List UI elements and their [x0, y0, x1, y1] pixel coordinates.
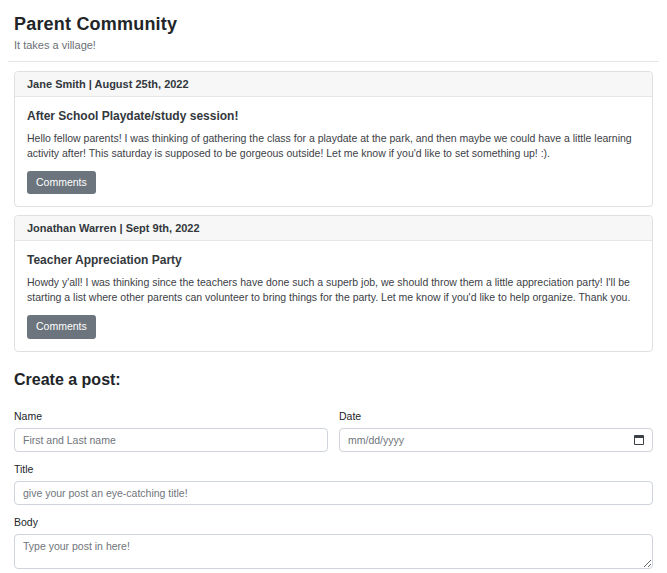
date-input[interactable]	[339, 428, 653, 452]
date-input-wrap	[339, 428, 653, 452]
post-card-body: After School Playdate/study session! Hel…	[15, 97, 652, 206]
header-divider	[8, 61, 659, 62]
body-label: Body	[14, 516, 653, 528]
title-label: Title	[14, 463, 653, 475]
create-post-heading: Create a post:	[14, 371, 653, 389]
body-field-group: Body	[14, 516, 653, 573]
post-author-date: Jonathan Warren | Sept 9th, 2022	[15, 216, 652, 241]
date-field-group: Date	[339, 410, 653, 452]
title-input[interactable]	[14, 481, 653, 505]
page-title: Parent Community	[14, 14, 653, 35]
create-post-form: Name Date Title Body Post	[14, 410, 653, 573]
date-label: Date	[339, 410, 653, 422]
post-author-date: Jane Smith | August 25th, 2022	[15, 72, 652, 97]
name-input[interactable]	[14, 428, 328, 452]
comments-button[interactable]: Comments	[27, 315, 96, 339]
comments-button[interactable]: Comments	[27, 171, 96, 195]
title-field-group: Title	[14, 463, 653, 505]
post-card-body: Teacher Appreciation Party Howdy y'all! …	[15, 241, 652, 350]
name-field-group: Name	[14, 410, 328, 452]
post-body-text: Hello fellow parents! I was thinking of …	[27, 131, 640, 161]
post-card: Jane Smith | August 25th, 2022 After Sch…	[14, 71, 653, 207]
page-subtitle: It takes a village!	[14, 39, 653, 51]
posts-list: Jane Smith | August 25th, 2022 After Sch…	[14, 71, 653, 352]
body-textarea[interactable]	[14, 534, 653, 569]
name-date-row: Name Date	[14, 410, 653, 452]
post-title: Teacher Appreciation Party	[27, 253, 640, 267]
name-label: Name	[14, 410, 328, 422]
post-card: Jonathan Warren | Sept 9th, 2022 Teacher…	[14, 215, 653, 351]
post-title: After School Playdate/study session!	[27, 109, 640, 123]
post-body-text: Howdy y'all! I was thinking since the te…	[27, 275, 640, 305]
